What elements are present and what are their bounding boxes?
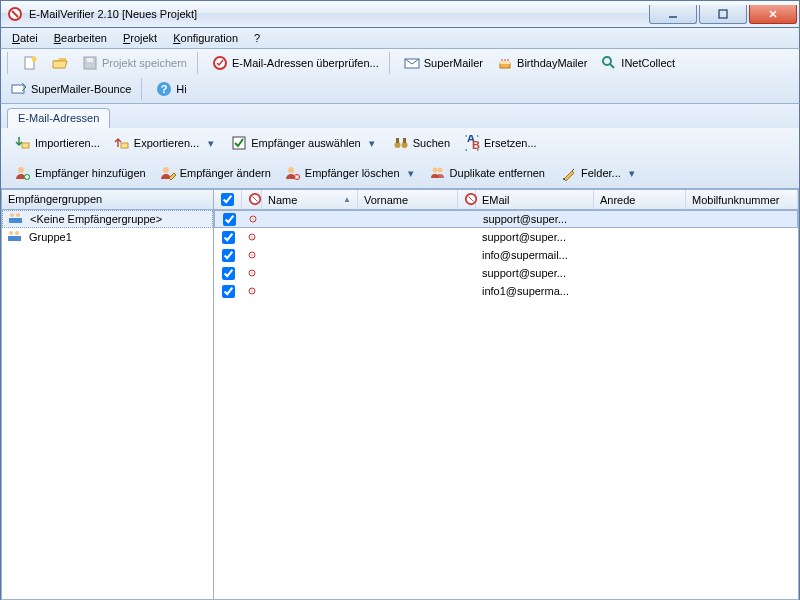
svg-rect-20 bbox=[403, 138, 406, 143]
svg-rect-14 bbox=[22, 143, 29, 148]
menu-konfiguration[interactable]: Konfiguration bbox=[166, 30, 245, 46]
col-flag[interactable] bbox=[242, 190, 262, 209]
menu-datei[interactable]: Datei bbox=[5, 30, 45, 46]
table-row[interactable]: info@supermail... bbox=[214, 246, 798, 264]
table-row[interactable]: info1@superma... bbox=[214, 282, 798, 300]
minimize-button[interactable] bbox=[649, 5, 697, 24]
bounce-button[interactable]: SuperMailer-Bounce bbox=[5, 77, 137, 101]
col-vorname[interactable]: Vorname bbox=[358, 190, 458, 209]
close-button[interactable] bbox=[749, 5, 797, 24]
cell-email: support@super... bbox=[477, 213, 595, 225]
col-email[interactable]: EMail bbox=[476, 190, 594, 209]
folder-open-icon bbox=[52, 55, 68, 71]
cell-email: info1@superma... bbox=[476, 285, 594, 297]
content-area: Empfängergruppen <Keine Empfängergruppe>… bbox=[1, 189, 799, 600]
svg-point-26 bbox=[288, 167, 294, 173]
svg-point-29 bbox=[437, 168, 442, 173]
data-grid: Name▲ Vorname EMail Anrede Mobilfunknumm… bbox=[214, 190, 798, 599]
binoculars-icon bbox=[393, 135, 409, 151]
birthdaymailer-button[interactable]: BirthdayMailer bbox=[491, 51, 593, 75]
search-button[interactable]: Suchen bbox=[387, 131, 456, 155]
edit-recipient-button[interactable]: Empfänger ändern bbox=[154, 161, 277, 185]
new-button[interactable] bbox=[16, 51, 44, 75]
svg-point-3 bbox=[32, 57, 37, 62]
chevron-down-icon[interactable]: ▾ bbox=[628, 167, 637, 180]
select-recipients-button[interactable]: Empfänger auswählen▾ bbox=[225, 131, 382, 155]
floppy-icon bbox=[82, 55, 98, 71]
user-edit-icon bbox=[160, 165, 176, 181]
col-email-icon[interactable] bbox=[458, 190, 476, 209]
maximize-button[interactable] bbox=[699, 5, 747, 24]
user-delete-icon bbox=[285, 165, 301, 181]
envelope-bounce-icon bbox=[11, 81, 27, 97]
import-button[interactable]: Importieren... bbox=[9, 131, 106, 155]
export-icon bbox=[114, 135, 130, 151]
save-button: Projekt speichern bbox=[76, 51, 193, 75]
verify-button[interactable]: E-Mail-Adressen überprüfen... bbox=[206, 51, 385, 75]
svg-point-23 bbox=[18, 167, 24, 173]
svg-point-35 bbox=[15, 231, 19, 235]
user-add-icon bbox=[15, 165, 31, 181]
fields-button[interactable]: Felder...▾ bbox=[555, 161, 643, 185]
titlebar: E-MailVerifier 2.10 [Neues Projekt] bbox=[0, 0, 800, 28]
inetcollect-button[interactable]: INetCollect bbox=[595, 51, 681, 75]
col-name[interactable]: Name▲ bbox=[262, 190, 358, 209]
replace-button[interactable]: ABErsetzen... bbox=[458, 131, 543, 155]
chevron-down-icon[interactable]: ▾ bbox=[206, 137, 215, 150]
svg-point-31 bbox=[10, 213, 14, 217]
row-flag bbox=[242, 266, 262, 280]
row-checkbox[interactable] bbox=[222, 231, 235, 244]
delete-recipient-button[interactable]: Empfänger löschen▾ bbox=[279, 161, 422, 185]
group-none[interactable]: <Keine Empfängergruppe> bbox=[2, 210, 213, 228]
group-label: <Keine Empfängergruppe> bbox=[30, 213, 162, 225]
table-row[interactable]: support@super... bbox=[214, 264, 798, 282]
verify-flag-icon bbox=[248, 192, 262, 208]
col-check[interactable] bbox=[214, 190, 242, 209]
svg-rect-5 bbox=[87, 58, 93, 62]
group-icon bbox=[8, 212, 24, 226]
svg-rect-1 bbox=[719, 10, 727, 18]
verify-label: E-Mail-Adressen überprüfen... bbox=[232, 57, 379, 69]
supermailer-button[interactable]: SuperMailer bbox=[398, 51, 489, 75]
column-headers: Name▲ Vorname EMail Anrede Mobilfunknumm… bbox=[214, 190, 798, 210]
table-row[interactable]: support@super... bbox=[214, 228, 798, 246]
row-checkbox[interactable] bbox=[222, 249, 235, 262]
groups-panel: Empfängergruppen <Keine Empfängergruppe>… bbox=[2, 190, 214, 599]
remove-duplicates-button[interactable]: Duplikate entfernen bbox=[424, 161, 551, 185]
svg-point-10 bbox=[603, 57, 611, 65]
add-recipient-button[interactable]: Empfänger hinzufügen bbox=[9, 161, 152, 185]
import-icon bbox=[15, 135, 31, 151]
svg-rect-11 bbox=[12, 85, 24, 93]
export-button[interactable]: Exportieren...▾ bbox=[108, 131, 221, 155]
svg-rect-19 bbox=[396, 138, 399, 143]
row-checkbox[interactable] bbox=[223, 213, 236, 226]
row-checkbox[interactable] bbox=[222, 285, 235, 298]
tab-email-addresses[interactable]: E-Mail-Adressen bbox=[7, 108, 110, 128]
col-mobil[interactable]: Mobilfunknummer bbox=[686, 190, 798, 209]
header-checkbox[interactable] bbox=[221, 193, 234, 206]
group-label: Gruppe1 bbox=[29, 231, 72, 243]
svg-rect-15 bbox=[121, 143, 128, 148]
menu-bearbeiten[interactable]: Bearbeiten bbox=[47, 30, 114, 46]
table-row[interactable]: support@super... bbox=[214, 210, 798, 228]
menubar: Datei Bearbeiten Projekt Konfiguration ? bbox=[0, 28, 800, 48]
menu-help[interactable]: ? bbox=[247, 30, 267, 46]
group-icon bbox=[7, 230, 23, 244]
group-1[interactable]: Gruppe1 bbox=[2, 228, 213, 246]
groups-header: Empfängergruppen bbox=[2, 190, 213, 210]
svg-point-25 bbox=[163, 167, 169, 173]
svg-rect-9 bbox=[500, 61, 510, 64]
verify-icon bbox=[212, 55, 228, 71]
help-button[interactable]: ?Hi bbox=[150, 77, 192, 101]
help-icon: ? bbox=[156, 81, 172, 97]
svg-rect-36 bbox=[8, 236, 21, 241]
menu-projekt[interactable]: Projekt bbox=[116, 30, 164, 46]
fields-icon bbox=[561, 165, 577, 181]
open-button[interactable] bbox=[46, 51, 74, 75]
sort-asc-icon: ▲ bbox=[343, 195, 351, 204]
row-checkbox[interactable] bbox=[222, 267, 235, 280]
chevron-down-icon[interactable]: ▾ bbox=[407, 167, 416, 180]
checkbox-icon bbox=[231, 135, 247, 151]
chevron-down-icon[interactable]: ▾ bbox=[368, 137, 377, 150]
col-anrede[interactable]: Anrede bbox=[594, 190, 686, 209]
